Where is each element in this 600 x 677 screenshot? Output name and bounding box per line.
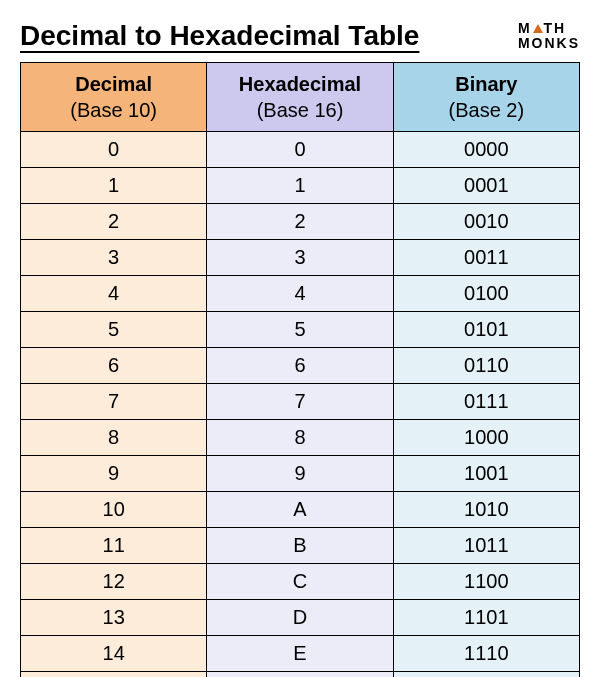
table-cell: 0 bbox=[21, 132, 207, 168]
table-cell: 1000 bbox=[393, 420, 579, 456]
column-header-decimal: Decimal (Base 10) bbox=[21, 63, 207, 132]
table-cell: 0 bbox=[207, 132, 393, 168]
table-cell: 1110 bbox=[393, 636, 579, 672]
table-cell: 14 bbox=[21, 636, 207, 672]
table-cell: 6 bbox=[21, 348, 207, 384]
column-name: Hexadecimal bbox=[211, 71, 388, 97]
table-cell: 0011 bbox=[393, 240, 579, 276]
table-cell: B bbox=[207, 528, 393, 564]
table-cell: 5 bbox=[21, 312, 207, 348]
column-header-binary: Binary (Base 2) bbox=[393, 63, 579, 132]
table-cell: 4 bbox=[207, 276, 393, 312]
table-cell: 0000 bbox=[393, 132, 579, 168]
table-cell: 2 bbox=[207, 204, 393, 240]
table-cell: 8 bbox=[21, 420, 207, 456]
table-cell: 1001 bbox=[393, 456, 579, 492]
table-row: 14E1110 bbox=[21, 636, 580, 672]
table-cell: 0001 bbox=[393, 168, 579, 204]
logo-text-th: TH bbox=[544, 20, 567, 36]
table-cell: 7 bbox=[207, 384, 393, 420]
table-row: 550101 bbox=[21, 312, 580, 348]
table-cell: 1100 bbox=[393, 564, 579, 600]
table-row: 991001 bbox=[21, 456, 580, 492]
table-row: 881000 bbox=[21, 420, 580, 456]
logo-text-m: M bbox=[518, 20, 532, 36]
column-base: (Base 2) bbox=[398, 97, 575, 123]
table-cell: 1 bbox=[21, 168, 207, 204]
column-name: Binary bbox=[398, 71, 575, 97]
table-cell: 9 bbox=[207, 456, 393, 492]
table-row: 11B1011 bbox=[21, 528, 580, 564]
table-row: 440100 bbox=[21, 276, 580, 312]
table-cell: 0101 bbox=[393, 312, 579, 348]
table-row: 330011 bbox=[21, 240, 580, 276]
table-cell: D bbox=[207, 600, 393, 636]
page-title: Decimal to Hexadecimal Table bbox=[20, 20, 419, 52]
table-cell: 9 bbox=[21, 456, 207, 492]
column-base: (Base 10) bbox=[25, 97, 202, 123]
table-cell: 11 bbox=[21, 528, 207, 564]
table-cell: 1011 bbox=[393, 528, 579, 564]
table-row: 110001 bbox=[21, 168, 580, 204]
column-base: (Base 16) bbox=[211, 97, 388, 123]
table-cell: 3 bbox=[207, 240, 393, 276]
table-cell: C bbox=[207, 564, 393, 600]
table-cell: 7 bbox=[21, 384, 207, 420]
table-cell: E bbox=[207, 636, 393, 672]
table-row: 13D1101 bbox=[21, 600, 580, 636]
table-row: 000000 bbox=[21, 132, 580, 168]
table-cell: 8 bbox=[207, 420, 393, 456]
logo: MTH MONKS bbox=[518, 21, 580, 52]
logo-text-bottom: MONKS bbox=[518, 36, 580, 51]
table-row: 220010 bbox=[21, 204, 580, 240]
table-cell: 13 bbox=[21, 600, 207, 636]
triangle-icon bbox=[533, 24, 543, 33]
table-row: 15F1111 bbox=[21, 672, 580, 678]
column-name: Decimal bbox=[25, 71, 202, 97]
table-cell: 0100 bbox=[393, 276, 579, 312]
table-cell: 15 bbox=[21, 672, 207, 678]
table-row: 10A1010 bbox=[21, 492, 580, 528]
table-cell: A bbox=[207, 492, 393, 528]
table-cell: 5 bbox=[207, 312, 393, 348]
table-cell: F bbox=[207, 672, 393, 678]
table-header-row: Decimal (Base 10) Hexadecimal (Base 16) … bbox=[21, 63, 580, 132]
table-cell: 4 bbox=[21, 276, 207, 312]
table-cell: 2 bbox=[21, 204, 207, 240]
table-row: 660110 bbox=[21, 348, 580, 384]
table-cell: 1111 bbox=[393, 672, 579, 678]
table-cell: 0111 bbox=[393, 384, 579, 420]
table-cell: 6 bbox=[207, 348, 393, 384]
table-cell: 1010 bbox=[393, 492, 579, 528]
table-cell: 0110 bbox=[393, 348, 579, 384]
table-row: 770111 bbox=[21, 384, 580, 420]
table-cell: 1 bbox=[207, 168, 393, 204]
table-cell: 10 bbox=[21, 492, 207, 528]
table-row: 12C1100 bbox=[21, 564, 580, 600]
table-cell: 1101 bbox=[393, 600, 579, 636]
table-cell: 3 bbox=[21, 240, 207, 276]
column-header-hexadecimal: Hexadecimal (Base 16) bbox=[207, 63, 393, 132]
conversion-table: Decimal (Base 10) Hexadecimal (Base 16) … bbox=[20, 62, 580, 677]
table-cell: 12 bbox=[21, 564, 207, 600]
table-cell: 0010 bbox=[393, 204, 579, 240]
